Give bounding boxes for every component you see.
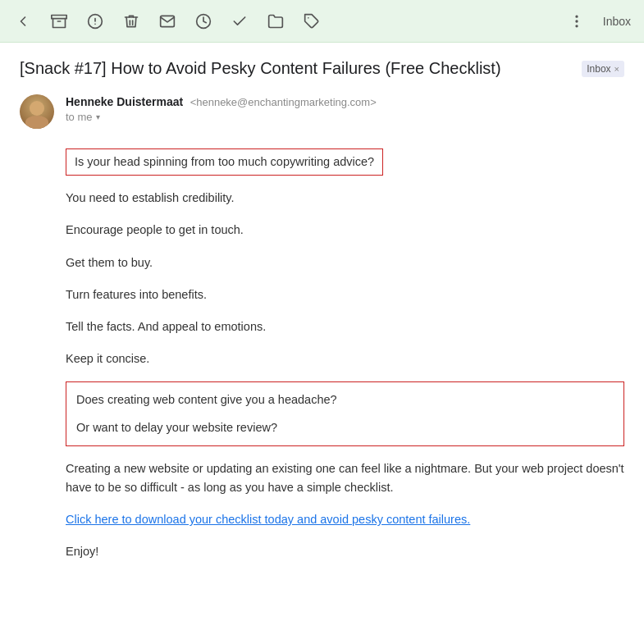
paragraph-2: Encourage people to get in touch. — [66, 221, 624, 240]
cta-link-paragraph: Click here to download your checklist to… — [66, 510, 624, 529]
avatar — [20, 94, 54, 129]
inbox-badge-close[interactable]: × — [614, 64, 619, 74]
more-icon[interactable] — [567, 11, 587, 31]
svg-point-9 — [576, 25, 578, 27]
paragraph-1: You need to establish credibility. — [66, 189, 624, 208]
paragraph-3: Get them to buy. — [66, 253, 624, 272]
second-highlight-line2: Or want to delay your website review? — [76, 418, 614, 437]
email-subject: [Snack #17] How to Avoid Pesky Content F… — [20, 59, 572, 78]
paragraph-4: Turn features into benefits. — [66, 285, 624, 304]
clock-icon[interactable] — [194, 11, 213, 31]
sign-off: Enjoy! — [66, 542, 624, 561]
report-icon[interactable] — [85, 11, 105, 31]
second-highlight-line1: Does creating web content give you a hea… — [76, 391, 614, 409]
inbox-label-top: Inbox — [603, 15, 631, 28]
folder-icon[interactable] — [266, 11, 285, 31]
highlighted-question: Is your head spinning from too much copy… — [75, 155, 374, 168]
subject-row: [Snack #17] How to Avoid Pesky Content F… — [0, 43, 644, 88]
closing-paragraph: Creating a new website or updating an ex… — [66, 459, 624, 497]
toolbar: Inbox — [0, 0, 644, 43]
svg-point-7 — [576, 16, 578, 17]
svg-rect-0 — [52, 15, 66, 18]
to-me-row: to me ▾ — [66, 111, 624, 123]
inbox-badge-label: Inbox — [587, 63, 610, 75]
to-me-dropdown[interactable]: ▾ — [96, 112, 100, 121]
sender-email: <henneke@enchantingmarketing.com> — [190, 96, 377, 108]
archive-icon[interactable] — [49, 11, 69, 31]
sender-row: Henneke Duistermaat <henneke@enchantingm… — [0, 88, 644, 142]
inbox-badge: Inbox × — [582, 61, 624, 77]
back-button[interactable] — [13, 11, 33, 31]
cta-link[interactable]: Click here to download your checklist to… — [66, 513, 470, 526]
label-icon[interactable] — [302, 11, 322, 31]
mail-icon[interactable] — [158, 11, 177, 31]
highlight-box-1: Is your head spinning from too much copy… — [66, 148, 383, 176]
highlight-box-2: Does creating web content give you a hea… — [66, 381, 624, 445]
to-me-label: to me — [66, 111, 93, 123]
check-icon[interactable] — [230, 11, 249, 31]
sender-info: Henneke Duistermaat <henneke@enchantingm… — [66, 94, 624, 123]
svg-point-8 — [576, 21, 578, 22]
sender-name: Henneke Duistermaat — [66, 95, 183, 108]
paragraph-6: Keep it concise. — [66, 349, 624, 368]
paragraph-5: Tell the facts. And appeal to emotions. — [66, 317, 624, 336]
delete-icon[interactable] — [121, 11, 141, 31]
email-content: [Snack #17] How to Avoid Pesky Content F… — [0, 43, 644, 644]
email-body: Is your head spinning from too much copy… — [0, 142, 644, 601]
